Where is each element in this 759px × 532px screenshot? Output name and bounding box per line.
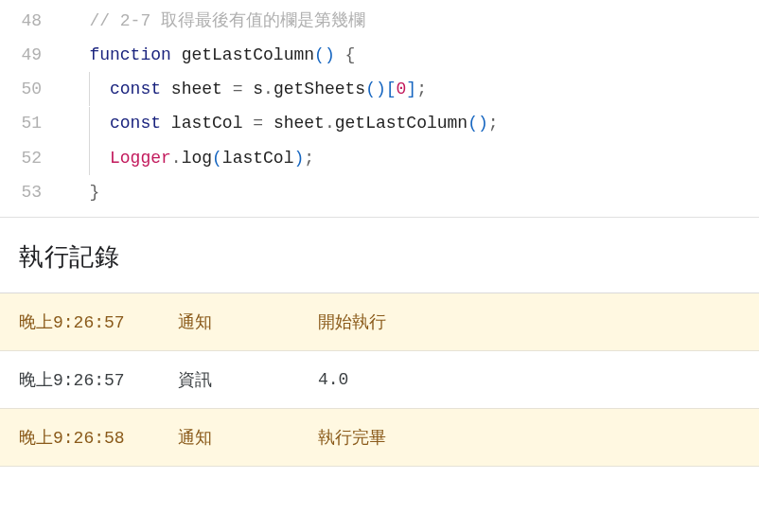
code-token (335, 45, 345, 64)
code-content[interactable]: Logger.log(lastCol); (59, 141, 759, 175)
log-level: 資訊 (178, 368, 318, 391)
code-token (59, 183, 89, 202)
code-token: lastCol (222, 149, 294, 168)
code-line[interactable]: 49 function getLastColumn() { (0, 38, 759, 72)
log-row: 晚上9:26:57通知開始執行 (0, 293, 759, 351)
code-token: const (110, 80, 161, 98)
indent-guide (89, 141, 90, 175)
log-level: 通知 (178, 310, 318, 333)
code-token: ; (304, 149, 314, 168)
code-token: sheet (274, 114, 325, 133)
code-token: function (89, 45, 170, 64)
code-token: getLastColumn (182, 45, 314, 64)
log-time: 晚上9:26:58 (19, 426, 178, 449)
code-token (263, 114, 274, 133)
code-token: Logger (110, 149, 171, 168)
code-token: ; (416, 80, 427, 98)
code-token (161, 80, 171, 98)
code-token: () (468, 114, 488, 133)
code-token: . (325, 114, 335, 133)
log-message: 開始執行 (318, 310, 740, 333)
code-token (59, 45, 89, 64)
code-line[interactable]: 52 Logger.log(lastCol); (0, 141, 759, 175)
log-message: 執行完畢 (318, 426, 740, 449)
code-token: // 2-7 取得最後有值的欄是第幾欄 (89, 11, 365, 30)
code-token: { (345, 45, 356, 64)
code-line[interactable]: 50 const sheet = s.getSheets()[0]; (0, 72, 759, 106)
code-token (242, 80, 253, 98)
code-token: ( (212, 149, 222, 168)
code-token: const (110, 114, 161, 133)
code-token: 0 (397, 80, 407, 98)
code-token: () (314, 45, 335, 64)
line-number: 48 (0, 4, 59, 38)
code-line[interactable]: 48 // 2-7 取得最後有值的欄是第幾欄 (0, 4, 759, 38)
code-token: = (233, 80, 243, 98)
code-token: sheet (171, 80, 222, 98)
code-token: } (89, 183, 99, 202)
code-content[interactable]: // 2-7 取得最後有值的欄是第幾欄 (59, 4, 759, 38)
indent-guide (89, 107, 90, 141)
code-token (59, 11, 89, 30)
execution-log-table: 晚上9:26:57通知開始執行晚上9:26:57資訊4.0晚上9:26:58通知… (0, 293, 759, 467)
indent-guide (89, 72, 90, 106)
code-token (161, 114, 171, 133)
code-token (222, 80, 233, 98)
code-line[interactable]: 53 } (0, 175, 759, 209)
code-token (89, 149, 110, 168)
code-content[interactable]: function getLastColumn() { (59, 38, 759, 72)
code-token (89, 80, 110, 98)
log-row: 晚上9:26:57資訊4.0 (0, 351, 759, 409)
line-number: 51 (0, 106, 59, 140)
code-editor[interactable]: 48 // 2-7 取得最後有值的欄是第幾欄49 function getLas… (0, 0, 759, 218)
code-token: = (253, 114, 263, 133)
log-time: 晚上9:26:57 (19, 368, 178, 391)
log-row: 晚上9:26:58通知執行完畢 (0, 409, 759, 467)
code-content[interactable]: const lastCol = sheet.getLastColumn(); (59, 106, 759, 140)
code-token: lastCol (171, 114, 243, 133)
log-level: 通知 (178, 426, 318, 449)
code-token: . (263, 80, 274, 98)
line-number: 50 (0, 72, 59, 106)
line-number: 49 (0, 38, 59, 72)
log-message: 4.0 (318, 370, 740, 389)
code-token: getSheets (274, 80, 365, 98)
code-token: ; (488, 114, 499, 133)
log-time: 晚上9:26:57 (19, 310, 178, 333)
code-token (242, 114, 253, 133)
line-number: 53 (0, 175, 59, 209)
code-line[interactable]: 51 const lastCol = sheet.getLastColumn()… (0, 106, 759, 140)
code-token: log (182, 149, 212, 168)
code-token: s (253, 80, 263, 98)
code-token (171, 45, 182, 64)
line-number: 52 (0, 141, 59, 175)
code-token (89, 114, 110, 133)
code-token: ) (293, 149, 304, 168)
code-token: . (171, 149, 182, 168)
code-content[interactable]: } (59, 175, 759, 209)
code-token: ] (406, 80, 416, 98)
code-token: ()[ (365, 80, 396, 98)
execution-log-header: 執行記錄 (0, 218, 759, 293)
code-token: getLastColumn (335, 114, 468, 133)
code-content[interactable]: const sheet = s.getSheets()[0]; (59, 72, 759, 106)
